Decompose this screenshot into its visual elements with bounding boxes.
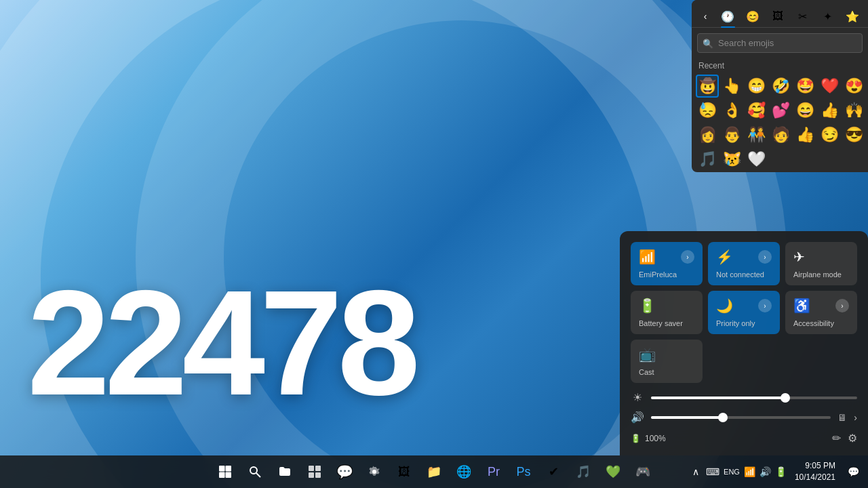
- emoji-cell[interactable]: 😎: [842, 123, 865, 146]
- brightness-thumb[interactable]: [781, 393, 790, 403]
- cast-button[interactable]: 📺 Cast: [631, 340, 703, 383]
- bluetooth-button[interactable]: ⚡ › Not connected: [708, 242, 780, 285]
- accessibility-label: Accessibility: [793, 319, 849, 327]
- emoji-cell[interactable]: 😍: [842, 75, 865, 98]
- emoji-cell[interactable]: 🧑‍🤝‍🧑: [745, 123, 768, 146]
- file-explorer-icon: [278, 465, 292, 479]
- emoji-cell[interactable]: 🎵: [696, 148, 719, 171]
- settings-icon[interactable]: ⚙: [848, 432, 857, 445]
- quick-settings-footer: 🔋 100% ✏ ⚙: [631, 432, 857, 445]
- cast-icon: 📺: [639, 346, 656, 363]
- emoji-tab-recent[interactable]: 🕐: [716, 5, 740, 27]
- notification-icon: 💬: [848, 466, 859, 477]
- edit-quick-settings-icon[interactable]: ✏: [832, 432, 841, 445]
- emoji-cell[interactable]: 🤣: [769, 75, 792, 98]
- battery-percent: 100%: [645, 434, 666, 443]
- spotify-button[interactable]: 🎵: [570, 458, 597, 485]
- emoji-cell[interactable]: 😄: [793, 99, 816, 122]
- emoji-cell[interactable]: 🙌: [842, 99, 865, 122]
- folder-button[interactable]: 📁: [420, 458, 448, 485]
- emoji-tab-gifs[interactable]: 🖼: [766, 5, 789, 27]
- emoji-cell[interactable]: 😏: [818, 123, 841, 146]
- discord-button[interactable]: 🎮: [629, 458, 656, 485]
- accessibility-expand-arrow[interactable]: ›: [835, 299, 849, 312]
- svg-rect-9: [315, 472, 321, 478]
- emoji-cell[interactable]: 😿: [720, 148, 743, 171]
- priority-icon: 🌙: [716, 298, 733, 314]
- language-indicator[interactable]: ENG: [724, 468, 740, 476]
- wifi-label: EmiPreluca: [639, 270, 694, 279]
- keyboard-icon: ⌨: [706, 466, 719, 477]
- emoji-cell[interactable]: ❤️: [818, 75, 841, 98]
- chrome-button[interactable]: 🌐: [450, 458, 477, 485]
- brightness-slider[interactable]: [651, 396, 857, 399]
- svg-rect-1: [226, 466, 232, 472]
- battery-tray-icon: 🔋: [775, 466, 787, 477]
- start-button[interactable]: [212, 458, 239, 485]
- task-view-button[interactable]: [301, 458, 328, 485]
- emoji-tab-smileys[interactable]: 😊: [741, 5, 765, 27]
- settings-taskbar-button[interactable]: [361, 458, 388, 485]
- emoji-cell[interactable]: 🤩: [793, 75, 816, 98]
- svg-line-5: [256, 473, 260, 477]
- emoji-scroll-area[interactable]: 🤠 👆 😁 🤣 🤩 ❤️ 😍 😓 👌 🥰 💕 😄 👍 🙌 👩 👨 🧑‍🤝‍🧑 🧑…: [692, 73, 868, 172]
- wifi-expand-arrow[interactable]: ›: [681, 250, 694, 264]
- premiere-button[interactable]: Pr: [480, 458, 507, 485]
- emoji-cell[interactable]: 👍: [818, 99, 841, 122]
- svg-point-4: [250, 467, 257, 474]
- photos-button[interactable]: 🖼: [391, 458, 418, 485]
- todo-button[interactable]: ✔: [540, 458, 567, 485]
- emoji-search-input[interactable]: [697, 33, 863, 53]
- taskbar-right: ∧ ⌨ ENG 📶 🔊 🔋 9:05 PM 10/14/2021 💬: [688, 458, 863, 485]
- emoji-cell[interactable]: 🥰: [745, 99, 768, 122]
- notification-area[interactable]: ∧: [688, 464, 703, 480]
- bluetooth-label: Not connected: [716, 270, 772, 279]
- emoji-tab-favorites[interactable]: ⭐: [840, 5, 864, 27]
- bluetooth-expand-arrow[interactable]: ›: [758, 250, 772, 264]
- accessibility-icon: ♿: [793, 298, 810, 314]
- emoji-cell[interactable]: 💕: [769, 99, 792, 122]
- emoji-section-label: Recent: [692, 58, 868, 73]
- emoji-cell[interactable]: 🤍: [745, 148, 768, 171]
- volume-expand-arrow[interactable]: ›: [854, 412, 857, 423]
- priority-only-button[interactable]: 🌙 › Priority only: [708, 291, 780, 334]
- emoji-cell[interactable]: 👩: [696, 123, 719, 146]
- airplane-mode-button[interactable]: ✈ Airplane mode: [785, 242, 857, 285]
- network-tray-icon[interactable]: 📶: [744, 466, 755, 477]
- emoji-tab-symbols[interactable]: ✦: [816, 5, 840, 27]
- notification-center-button[interactable]: 💬: [844, 458, 863, 485]
- volume-device-icon: 🖥: [837, 412, 847, 423]
- emoji-cell[interactable]: 🤠: [696, 75, 719, 98]
- search-icon: 🔍: [703, 38, 713, 48]
- emoji-tab-kaomoji[interactable]: ✂: [791, 5, 814, 27]
- photoshop-button[interactable]: Ps: [510, 458, 537, 485]
- settings-gear-icon: [368, 465, 381, 479]
- quick-settings-panel: 📶 › EmiPreluca ⚡ › Not connected ✈ Airpl…: [620, 231, 868, 455]
- emoji-cell[interactable]: 👆: [720, 75, 743, 98]
- whatsapp-button[interactable]: 💚: [599, 458, 627, 485]
- volume-tray-icon[interactable]: 🔊: [760, 466, 771, 477]
- system-tray-icons: ⌨ ENG 📶 🔊 🔋: [706, 466, 787, 477]
- emoji-cell[interactable]: 😁: [745, 75, 768, 98]
- svg-rect-8: [309, 472, 314, 478]
- emoji-cell[interactable]: 👍: [793, 123, 816, 146]
- accessibility-button[interactable]: ♿ › Accessibility: [785, 291, 857, 334]
- teams-button[interactable]: 💬: [331, 458, 358, 485]
- file-explorer-button[interactable]: [271, 458, 298, 485]
- emoji-cell[interactable]: 👨: [720, 123, 743, 146]
- search-button[interactable]: [241, 458, 269, 485]
- system-clock[interactable]: 9:05 PM 10/14/2021: [789, 459, 841, 485]
- emoji-cell[interactable]: 👌: [720, 99, 743, 122]
- emoji-cell[interactable]: 😓: [696, 99, 719, 122]
- volume-row: 🔊 🖥 ›: [631, 411, 857, 424]
- svg-rect-2: [219, 472, 225, 479]
- wifi-button[interactable]: 📶 › EmiPreluca: [631, 242, 703, 285]
- emoji-cell[interactable]: 🧑: [769, 123, 792, 146]
- volume-thumb[interactable]: [718, 413, 728, 422]
- volume-slider[interactable]: [651, 416, 831, 419]
- priority-label: Priority only: [716, 319, 772, 327]
- emoji-back-button[interactable]: ‹: [696, 7, 715, 26]
- brightness-icon: ☀: [631, 391, 644, 404]
- priority-expand-arrow[interactable]: ›: [758, 299, 772, 312]
- battery-saver-button[interactable]: 🔋 Battery saver: [631, 291, 703, 334]
